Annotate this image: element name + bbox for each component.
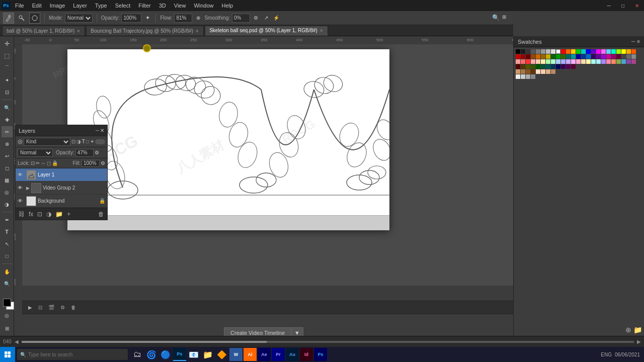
swatch-s15[interactable] [586,59,591,64]
zoom-tool[interactable]: 🔍 [2,278,13,289]
taskbar-app-files[interactable]: 📁 [201,348,214,361]
menu-image[interactable]: Image [46,2,69,10]
swatch-n1[interactable] [621,54,626,59]
taskbar-lang[interactable]: ENG [601,352,612,357]
tab-close-1[interactable]: ✕ [76,29,80,34]
tab-skeleton[interactable]: Skeleton ball seq.psd @ 50% (Layer 1, RG… [205,26,328,36]
swatch-n3[interactable] [631,54,636,59]
new-group-button[interactable]: 📁 [54,210,64,219]
filter-pixel-icon[interactable]: ⊡ [71,139,75,144]
swatch-t1[interactable] [516,64,520,69]
swatch-white[interactable] [556,49,560,54]
swatch-s10[interactable] [561,59,566,64]
swatch-s5[interactable] [536,59,540,64]
swatch-orange1[interactable] [566,49,571,54]
gradient-tool[interactable]: ▦ [2,174,13,186]
swatch-m2[interactable] [611,54,616,59]
swatches-collapse-icon[interactable]: ─ [631,39,635,44]
swatch-lightgreen1[interactable] [616,49,621,54]
brush-preset-picker[interactable] [29,13,40,24]
swatch-b1[interactable] [576,54,581,59]
hand-tool[interactable]: ✋ [2,266,13,277]
arrange-icon[interactable]: ⊞ [502,14,510,22]
filter-shape-icon[interactable]: □ [86,139,89,144]
swatch-g3[interactable] [561,54,566,59]
delete-layer-button[interactable]: 🗑 [97,210,105,219]
swatch-lightyellow1[interactable] [621,49,626,54]
brush-tool-icon[interactable] [3,13,14,24]
blend-mode-select[interactable]: Normal [18,149,53,157]
swatch-o1[interactable] [531,54,535,59]
swatch-s12[interactable] [571,59,576,64]
text-tool[interactable]: T [2,226,13,237]
swatch-r1[interactable] [516,54,520,59]
swatch-s4[interactable] [531,59,535,64]
swatch-red1[interactable] [561,49,566,54]
filter-type-icon[interactable]: T [82,139,85,144]
swatch-s14[interactable] [581,59,586,64]
layer-opacity-input[interactable] [75,149,94,157]
taskbar-app-ai[interactable]: Ai [244,348,257,361]
new-fill-layer-button[interactable]: ◑ [45,210,52,219]
mode-select[interactable]: Normal [65,14,93,23]
swatch-m1[interactable] [606,54,611,59]
screen-mode-icon[interactable]: ⊞ [2,323,13,334]
swatch-m3[interactable] [616,54,621,59]
swatch-s3[interactable] [526,59,530,64]
swatch-v2[interactable] [521,74,525,79]
swatch-pink2[interactable] [601,49,606,54]
flow-input[interactable] [174,14,192,23]
start-button[interactable] [0,347,15,362]
videogroup2-expand-icon[interactable]: ▶ [26,186,30,191]
swatch-u6[interactable] [541,69,545,74]
swatch-u2[interactable] [521,69,525,74]
airbrush-icon[interactable]: ⊕ [194,14,202,22]
menu-window[interactable]: Window [190,2,217,10]
swatch-yellow1[interactable] [571,49,576,54]
taskbar-app-edge[interactable]: 🌀 [145,348,158,361]
swatch-lightblue1[interactable] [606,49,611,54]
swatches-create-icon[interactable]: ⊕ [625,326,631,334]
swatch-s23[interactable] [626,59,631,64]
swatch-t11[interactable] [566,64,571,69]
swatch-t9[interactable] [556,64,560,69]
timeline-frame-button[interactable]: ⊡ [36,304,44,311]
swatch-s21[interactable] [616,59,621,64]
swatch-g2[interactable] [556,54,560,59]
swatch-u3[interactable] [526,69,530,74]
filter-toggle[interactable] [95,139,105,144]
link-layers-button[interactable]: ⛓ [18,210,26,219]
swatch-black[interactable] [516,49,520,54]
taskbar-app-ae[interactable]: Ae [258,348,271,361]
history-brush-tool[interactable]: ↩ [2,150,13,161]
move-tool[interactable]: ✛ [2,38,13,49]
layer-row-videogroup2[interactable]: 👁 ▶ Video Group 2 [16,182,107,195]
pen-tool[interactable]: ✒ [2,214,13,225]
swatch-pink1[interactable] [596,49,601,54]
menu-type[interactable]: Type [91,2,111,10]
swatch-lightred1[interactable] [631,49,636,54]
swatch-g1[interactable] [551,54,555,59]
fill-lock-icon[interactable]: ⚙ [101,160,105,166]
swatch-cyan1[interactable] [581,49,586,54]
lasso-tool[interactable]: ⌒ [2,62,13,73]
taskbar-app-pr[interactable]: Pr [272,348,285,361]
shape-tool[interactable]: □ [2,250,13,261]
menu-filter[interactable]: Filter [134,2,154,10]
swatch-r2[interactable] [521,54,525,59]
swatch-y2[interactable] [546,54,550,59]
swatch-c2[interactable] [571,54,576,59]
swatch-t2[interactable] [521,64,525,69]
taskbar-search[interactable]: 🔍 [17,349,128,360]
quick-select-tool[interactable]: ✦ [2,74,13,85]
swatch-v4[interactable] [531,74,535,79]
timeline-settings-button[interactable]: ⚙ [58,304,67,311]
swatch-t8[interactable] [551,64,555,69]
tab-close-2[interactable]: ✕ [195,29,199,34]
angle-icon[interactable]: ↗ [262,14,270,22]
swatch-s6[interactable] [541,59,545,64]
swatch-s24[interactable] [631,59,636,64]
swatch-t6[interactable] [541,64,545,69]
select-tool[interactable]: ⬚ [2,50,13,61]
swatch-s20[interactable] [611,59,616,64]
